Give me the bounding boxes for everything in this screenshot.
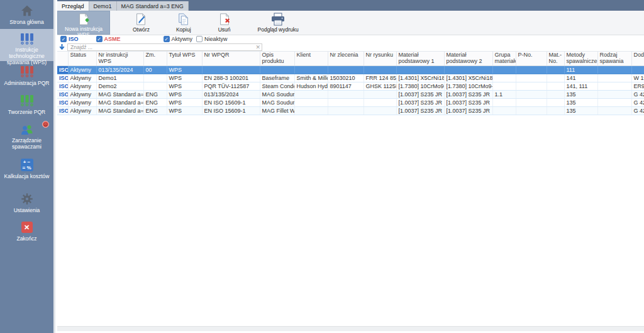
grid-cell[interactable]: 135: [564, 90, 597, 98]
nieaktywny-checkbox[interactable]: [196, 36, 203, 42]
grid-cell[interactable]: [492, 98, 516, 106]
row-indicator-cell[interactable]: ISO: [57, 65, 68, 74]
row-indicator-cell[interactable]: ISO: [57, 106, 68, 115]
grid-cell[interactable]: [492, 82, 516, 90]
grid-cell[interactable]: Baseframe: [260, 74, 294, 82]
grid-cell[interactable]: [492, 106, 516, 115]
new-wps-button[interactable]: Nowa instrukcja WPS: [57, 11, 110, 35]
grid-cell[interactable]: [202, 65, 260, 74]
grid-cell[interactable]: [364, 65, 396, 74]
grid-row[interactable]: ISOAktywnyMAG Standard a=3ENGWPS013/135/…: [57, 90, 644, 98]
column-header[interactable]: Materiał podstawowy 1: [396, 52, 444, 65]
sidebar-item-instrukcje-wps[interactable]: Instrukcje technologiczne spawania (WPS): [0, 29, 53, 61]
grid-cell[interactable]: [1.0037] S235 JR: [396, 98, 444, 106]
grid-cell[interactable]: [328, 98, 364, 106]
horizontal-scrollbar[interactable]: [57, 326, 644, 331]
find-arrow-icon[interactable]: [58, 43, 65, 50]
grid-cell[interactable]: [516, 65, 547, 74]
grid-cell[interactable]: [364, 106, 396, 115]
grid-cell[interactable]: [260, 65, 294, 74]
grid-cell[interactable]: Aktywny: [68, 65, 96, 74]
clear-search-icon[interactable]: ✕: [255, 44, 260, 50]
grid-cell[interactable]: [597, 65, 631, 74]
grid-row[interactable]: ISOAktywnyDemo2WPSPQR TÜV-112587Steam Co…: [57, 82, 644, 90]
grid-cell[interactable]: [597, 98, 631, 106]
grid-cell[interactable]: [547, 74, 564, 82]
sidebar-item-ustawienia[interactable]: Ustawienia: [0, 184, 53, 215]
column-header[interactable]: Materiał podstawowy 2: [444, 52, 492, 65]
row-indicator-cell[interactable]: ISO: [57, 74, 68, 82]
grid-cell[interactable]: 013/135/2024: [96, 65, 143, 74]
grid-cell[interactable]: Aktywny: [68, 106, 96, 115]
grid-cell[interactable]: GHSK 112581 ...: [364, 82, 396, 90]
grid-cell[interactable]: [396, 65, 444, 74]
filter-aktywny[interactable]: ✓ Aktywny: [164, 36, 193, 42]
grid-cell[interactable]: Aktywny: [68, 82, 96, 90]
column-header[interactable]: Mat.-No.: [547, 52, 564, 65]
tab-przeglad[interactable]: Przegląd: [57, 1, 89, 11]
grid-cell[interactable]: [516, 74, 547, 82]
column-header[interactable]: [57, 52, 68, 65]
grid-cell[interactable]: WPS: [167, 65, 202, 74]
column-header[interactable]: Grupa materiałowa: [492, 52, 516, 65]
grid-cell[interactable]: MAG Soudure...: [260, 98, 294, 106]
grid-cell[interactable]: G 42 5: [631, 106, 644, 115]
grid-cell[interactable]: 013/135/2024: [202, 90, 260, 98]
grid-cell[interactable]: [492, 65, 516, 74]
grid-cell[interactable]: [516, 98, 547, 106]
grid-cell[interactable]: [597, 106, 631, 115]
grid-cell[interactable]: MAG Standard a=4: [96, 98, 143, 106]
copy-button[interactable]: Kopiuj: [170, 11, 197, 35]
filter-iso[interactable]: ✓ ISO: [60, 36, 79, 42]
sidebar-item-strona-glowna[interactable]: Strona główna: [0, 0, 53, 29]
grid-cell[interactable]: [143, 82, 167, 90]
grid-cell[interactable]: MAG Standard a=5: [96, 106, 143, 115]
grid-cell[interactable]: G 42 5: [631, 90, 644, 98]
grid-cell[interactable]: ENG: [143, 106, 167, 115]
grid-cell[interactable]: MAG Soudure...: [260, 90, 294, 98]
grid-cell[interactable]: W 19 9: [631, 74, 644, 82]
print-preview-button[interactable]: Podgląd wydruku: [252, 11, 305, 35]
grid-cell[interactable]: [1.7380] 10CrMo9-10: [444, 82, 492, 90]
grid-cell[interactable]: [597, 74, 631, 82]
grid-row[interactable]: ISOAktywny013/135/202400WPS111: [57, 65, 644, 74]
search-input[interactable]: [68, 44, 262, 50]
grid-cell[interactable]: FRR 124 854: [364, 74, 396, 82]
grid-cell[interactable]: 135: [564, 106, 597, 115]
iso-checkbox[interactable]: ✓: [60, 36, 67, 42]
grid-cell[interactable]: EN ISO 15609-1: [202, 106, 260, 115]
column-header[interactable]: Dodatek: [631, 52, 644, 65]
grid-cell[interactable]: [1.4301] X5CrNi18-10: [444, 74, 492, 82]
grid-cell[interactable]: [364, 98, 396, 106]
grid-cell[interactable]: [547, 106, 564, 115]
grid-cell[interactable]: [547, 65, 564, 74]
grid-cell[interactable]: [294, 65, 328, 74]
column-header[interactable]: Nr WPQR: [202, 52, 260, 65]
open-button[interactable]: Otwórz: [126, 11, 156, 35]
grid-cell[interactable]: [597, 90, 631, 98]
tab-demo1[interactable]: Demo1: [89, 1, 117, 11]
grid-cell[interactable]: Smith & Mille...: [294, 74, 328, 82]
grid-cell[interactable]: Demo1: [96, 74, 143, 82]
grid-cell[interactable]: [1.0037] S235 JR: [444, 106, 492, 115]
grid-cell[interactable]: WPS: [167, 90, 202, 98]
column-header[interactable]: Nr instrukcji WPS: [96, 52, 143, 65]
column-header[interactable]: Rodzaj spawania: [597, 52, 631, 65]
grid-cell[interactable]: [1.0037] S235 JR: [396, 90, 444, 98]
grid-cell[interactable]: ER90S: [631, 82, 644, 90]
grid-cell[interactable]: [328, 90, 364, 98]
aktywny-checkbox[interactable]: ✓: [164, 36, 170, 42]
grid-cell[interactable]: MAG Standard a=3: [96, 90, 143, 98]
grid-cell[interactable]: [1.0037] S235 JR: [444, 90, 492, 98]
column-header[interactable]: Opis produktu: [260, 52, 294, 65]
grid-cell[interactable]: Aktywny: [68, 90, 96, 98]
grid-cell[interactable]: WPS: [167, 74, 202, 82]
grid-cell[interactable]: [364, 90, 396, 98]
grid-cell[interactable]: WPS: [167, 82, 202, 90]
grid-cell[interactable]: [143, 74, 167, 82]
grid-cell[interactable]: [516, 106, 547, 115]
grid-cell[interactable]: [516, 90, 547, 98]
filter-asme[interactable]: ✓ ASME: [96, 36, 121, 42]
grid-cell[interactable]: 15030210: [328, 74, 364, 82]
grid-cell[interactable]: 141: [564, 74, 597, 82]
